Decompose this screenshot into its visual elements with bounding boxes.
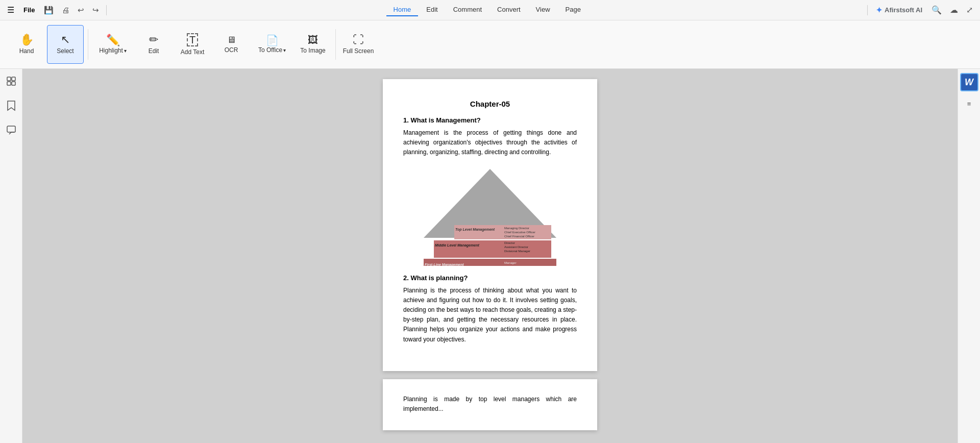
edit-label: Edit xyxy=(149,47,159,55)
full-screen-label: Full Screen xyxy=(343,47,374,55)
svg-rect-2 xyxy=(7,82,11,85)
bookmark-panel-button[interactable] xyxy=(3,97,19,114)
menu-bar: ☰ File 💾 🖨 ↩ ↪ Home Edit Comment Convert… xyxy=(0,0,980,20)
svg-text:Chief Executive Officer: Chief Executive Officer xyxy=(504,231,535,234)
thumbnail-panel-button[interactable] xyxy=(3,73,19,89)
question-2-text: Planning is the process of thinking abou… xyxy=(403,286,577,344)
to-office-button[interactable]: 📄 To Office ▾ xyxy=(252,25,292,64)
tab-convert[interactable]: Convert xyxy=(490,4,528,16)
full-screen-icon: ⛶ xyxy=(353,34,364,45)
right-panel: W ≡ xyxy=(958,69,980,443)
main-layout: Chapter-05 1. What is Management? Manage… xyxy=(0,69,980,443)
ai-button[interactable]: ✦ Afirstsoft AI xyxy=(872,4,926,17)
page-2-text: Planning is made by top level managers w… xyxy=(403,395,577,414)
ai-label: Afirstsoft AI xyxy=(885,6,922,14)
to-office-label: To Office xyxy=(258,46,282,54)
ocr-label: OCR xyxy=(225,46,238,54)
svg-text:Director: Director xyxy=(504,241,515,244)
svg-text:Assistant Director: Assistant Director xyxy=(504,245,528,249)
svg-rect-0 xyxy=(7,77,11,81)
toolbar-separator-2 xyxy=(335,29,336,60)
print-button[interactable]: 🖨 xyxy=(59,4,72,16)
tab-home[interactable]: Home xyxy=(386,4,419,16)
toolbar-separator-1 xyxy=(88,29,88,60)
add-text-label: Add Text xyxy=(181,48,204,56)
question-2-title: 2. What is planning? xyxy=(403,274,577,282)
highlight-label-row: Highlight ▾ xyxy=(99,47,127,54)
highlight-arrow-icon: ▾ xyxy=(124,48,127,54)
to-office-label-row: To Office ▾ xyxy=(258,46,286,54)
svg-text:Chief Financial Officer: Chief Financial Officer xyxy=(504,235,534,238)
cloud-button[interactable]: ☁ xyxy=(947,3,961,17)
svg-text:Supervisor: Supervisor xyxy=(504,265,519,266)
to-image-icon: 🖼 xyxy=(308,35,318,45)
tab-view[interactable]: View xyxy=(529,4,557,16)
ocr-button[interactable]: 🖥 OCR xyxy=(213,25,250,64)
hand-tool-button[interactable]: ✋ Hand xyxy=(8,25,45,64)
expand-button[interactable]: ⤢ xyxy=(963,3,976,17)
hand-icon: ✋ xyxy=(20,34,34,45)
edit-icon: ✏ xyxy=(149,34,158,45)
highlight-icon: ✏️ xyxy=(106,35,120,46)
question-1-text: Management is the process of getting thi… xyxy=(403,128,577,158)
question-1-title: 1. What is Management? xyxy=(403,116,577,124)
highlight-tool-button[interactable]: ✏️ Highlight ▾ xyxy=(92,25,133,64)
edit-tool-button[interactable]: ✏ Edit xyxy=(135,25,172,64)
svg-text:Divisional Manager: Divisional Manager xyxy=(504,250,530,253)
right-panel-collapse-button[interactable]: ≡ xyxy=(961,95,977,112)
chapter-title: Chapter-05 xyxy=(403,100,577,108)
menu-tabs: Home Edit Comment Convert View Page xyxy=(111,4,863,16)
comment-panel-button[interactable] xyxy=(3,122,19,138)
add-text-button[interactable]: T Add Text xyxy=(174,25,211,64)
hand-label: Hand xyxy=(19,47,34,55)
word-badge-icon[interactable]: W xyxy=(960,73,978,91)
redo-button[interactable]: ↪ xyxy=(89,4,102,17)
svg-rect-4 xyxy=(7,126,15,132)
svg-rect-1 xyxy=(12,77,15,81)
svg-rect-3 xyxy=(12,82,15,85)
svg-text:Top Level Management: Top Level Management xyxy=(455,228,495,232)
tab-page[interactable]: Page xyxy=(558,4,588,16)
search-button[interactable]: 🔍 xyxy=(928,3,945,17)
undo-button[interactable]: ↩ xyxy=(75,4,87,17)
separator xyxy=(106,5,107,15)
page-1: Chapter-05 1. What is Management? Manage… xyxy=(383,79,597,371)
ocr-icon: 🖥 xyxy=(227,35,236,44)
save-button[interactable]: 💾 xyxy=(41,4,57,17)
tab-edit[interactable]: Edit xyxy=(419,4,445,16)
page-2: Planning is made by top level managers w… xyxy=(383,379,597,430)
select-label: Select xyxy=(57,47,74,55)
document-area[interactable]: Chapter-05 1. What is Management? Manage… xyxy=(22,69,958,443)
full-screen-button[interactable]: ⛶ Full Screen xyxy=(340,25,377,64)
hamburger-menu[interactable]: ☰ xyxy=(4,3,17,17)
svg-text:Manager: Manager xyxy=(504,261,517,264)
file-menu[interactable]: File xyxy=(19,4,39,16)
select-tool-button[interactable]: ↖ Select xyxy=(47,25,84,64)
pyramid-diagram: Top Level Management Managing Director C… xyxy=(403,164,577,266)
left-sidebar xyxy=(0,69,22,443)
ai-star-icon: ✦ xyxy=(876,6,883,15)
add-text-icon: T xyxy=(187,33,198,46)
toolbar: ✋ Hand ↖ Select ✏️ Highlight ▾ ✏ Edit T … xyxy=(0,20,980,69)
svg-text:Middle Level Management: Middle Level Management xyxy=(435,243,479,248)
to-image-label: To Image xyxy=(300,47,325,54)
to-office-icon: 📄 xyxy=(266,35,279,45)
select-icon: ↖ xyxy=(61,34,70,45)
svg-text:First-Line Management: First-Line Management xyxy=(425,263,464,266)
svg-text:Managing Director: Managing Director xyxy=(504,227,529,230)
tab-comment[interactable]: Comment xyxy=(446,4,489,16)
to-office-arrow-icon: ▾ xyxy=(283,47,286,53)
highlight-label: Highlight xyxy=(99,47,123,54)
to-image-button[interactable]: 🖼 To Image xyxy=(295,25,331,64)
separator2 xyxy=(867,5,868,15)
